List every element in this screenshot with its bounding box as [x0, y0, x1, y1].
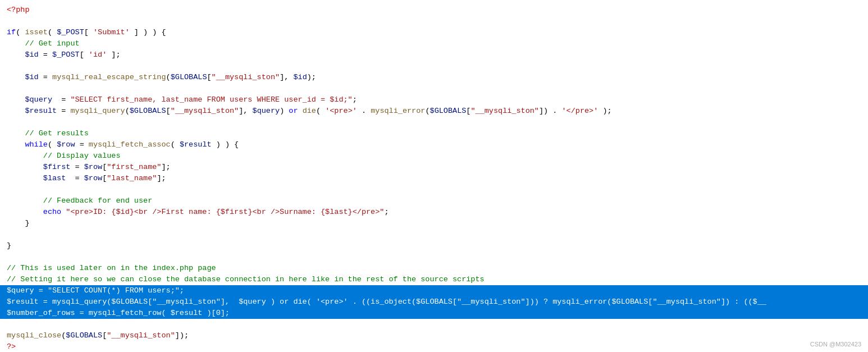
code-line-2: [0, 16, 868, 27]
code-line-7: $id = mysqli_real_escape_string($GLOBALS…: [0, 72, 868, 83]
code-line-25: // Setting it here so we can close the d…: [0, 274, 868, 285]
code-line-20: }: [0, 218, 868, 229]
code-line-16: $last = $row["last_name"];: [0, 173, 868, 184]
code-line-24: // This is used later on in the index.ph…: [0, 263, 868, 274]
code-line-6: [0, 61, 868, 72]
code-line-31: ?>: [0, 341, 868, 352]
code-line-11: [0, 117, 868, 128]
code-line-5: $id = $_POST[ 'id' ];: [0, 49, 868, 61]
code-line-23: [0, 252, 868, 263]
php-open-tag: <?php: [7, 4, 30, 16]
code-line-22: }: [0, 240, 868, 252]
watermark: CSDN @M302423: [810, 341, 861, 348]
code-line-13: while( $row = mysqli_fetch_assoc( $resul…: [0, 139, 868, 150]
code-line-12: // Get results: [0, 128, 868, 139]
code-line-8: [0, 83, 868, 94]
code-line-17: [0, 184, 868, 195]
code-line-4: // Get input: [0, 38, 868, 49]
code-line-26: $query = "SELECT COUNT(*) FROM users;";: [0, 285, 868, 296]
code-line-10: $result = mysqli_query($GLOBALS["__mysql…: [0, 106, 868, 117]
code-line-18: // Feedback for end user: [0, 195, 868, 207]
code-line-19: echo "<pre>ID: {$id}<br />First name: {$…: [0, 207, 868, 218]
code-line-30: mysqli_close($GLOBALS["__mysqli_ston"]);: [0, 330, 868, 341]
code-line-1: <?php: [0, 4, 868, 16]
code-line-29: [0, 319, 868, 330]
code-line-9: $query = "SELECT first_name, last_name F…: [0, 94, 868, 106]
code-line-15: $first = $row["first_name"];: [0, 162, 868, 173]
code-line-21: [0, 229, 868, 240]
code-line-14: // Display values: [0, 150, 868, 162]
code-line-28: $number_of_rows = mysqli_fetch_row( $res…: [0, 308, 868, 319]
code-line-3: if( isset( $_POST[ 'Submit' ] ) ) {: [0, 27, 868, 38]
code-line-27: $result = mysqli_query($GLOBALS["__mysql…: [0, 296, 868, 308]
code-viewer: <?php if( isset( $_POST[ 'Submit' ] ) ) …: [0, 0, 868, 352]
